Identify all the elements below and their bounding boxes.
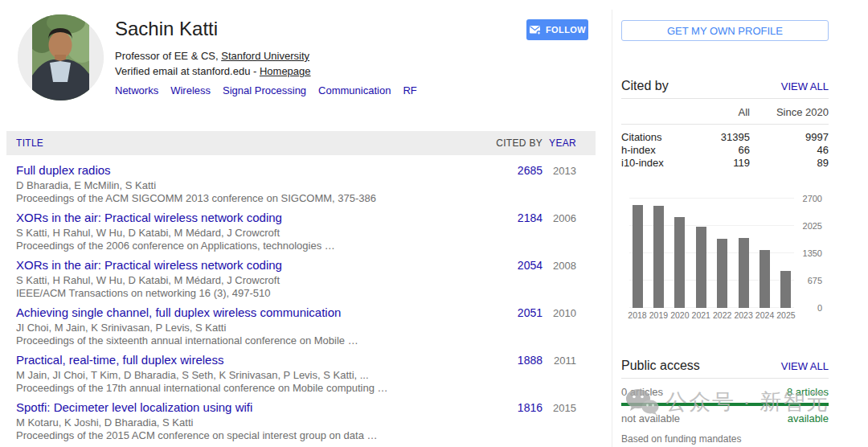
stat-all-value: 31395: [678, 131, 750, 144]
chart-bar[interactable]: [633, 205, 643, 308]
chart-x-tick: 2023: [735, 310, 751, 320]
cited-by-count-link[interactable]: 2685: [470, 163, 542, 205]
affiliation-link[interactable]: Stanford University: [221, 50, 309, 62]
cited-by-count-link[interactable]: 2184: [470, 211, 542, 252]
follow-button[interactable]: FOLLOW: [526, 19, 588, 40]
publication-title-link[interactable]: Spotfi: Decimeter level localization usi…: [16, 400, 446, 414]
available-label: available: [788, 412, 829, 424]
publication-title-link[interactable]: Achieving single channel, full duplex wi…: [16, 306, 446, 319]
chart-y-tick: 2025: [803, 221, 822, 231]
stat-since-value: 46: [750, 144, 829, 157]
publication-title-link[interactable]: Practical, real-time, full duplex wirele…: [16, 353, 446, 367]
keyword-link[interactable]: Communication: [318, 84, 391, 96]
not-available-label: not available: [621, 412, 680, 424]
citations-chart: 0675135020252700: [621, 199, 829, 308]
stat-all-value: 66: [678, 144, 750, 157]
chart-bar-cell: [672, 199, 688, 308]
publication-title-link[interactable]: XORs in the air: Practical wireless netw…: [16, 211, 446, 224]
public-access-progress-bar: [621, 403, 829, 406]
available-count[interactable]: 8 articles: [787, 386, 829, 398]
keyword-link[interactable]: Wireless: [170, 84, 211, 96]
cited-by-column-headers: All Since 2020: [621, 99, 829, 125]
keyword-link[interactable]: RF: [403, 84, 416, 96]
chart-bar[interactable]: [780, 271, 791, 308]
chart-bar-cell: [714, 199, 731, 308]
publication-info: Spotfi: Decimeter level localization usi…: [6, 400, 470, 442]
public-access-title: Public access: [621, 359, 700, 373]
publication-year: 2011: [542, 353, 596, 395]
citation-stat-row: Citations313959997: [621, 131, 829, 144]
cited-by-section: Cited by VIEW ALL All Since 2020 Citatio…: [621, 79, 829, 320]
publication-venue: Proceedings of the 17th annual internati…: [16, 382, 446, 395]
chart-x-axis: 20182019202020212022202320242025: [629, 310, 794, 320]
sort-by-title[interactable]: TITLE: [6, 137, 470, 149]
publications-list: Full duplex radiosD Bharadia, E McMilin,…: [6, 155, 596, 442]
publication-authors: JI Choi, M Jain, K Srinivasan, P Levis, …: [16, 322, 446, 334]
cited-by-count-link[interactable]: 1888: [470, 353, 542, 395]
sort-by-year[interactable]: YEAR: [542, 137, 596, 149]
stat-label: h-index: [621, 144, 678, 157]
publication-year: 2013: [542, 163, 596, 205]
chart-bar-cell: [735, 199, 751, 308]
publication-authors: S Katti, H Rahul, W Hu, D Katabi, M Méda…: [16, 274, 446, 287]
chart-x-tick: 2022: [714, 310, 731, 320]
col-all-label: All: [678, 106, 750, 118]
publication-year: 2006: [542, 211, 596, 252]
column-divider: [612, 10, 612, 447]
publication-venue: Proceedings of the ACM SIGCOMM 2013 conf…: [16, 192, 446, 205]
cited-by-count-link[interactable]: 1816: [470, 400, 542, 442]
publication-authors: D Bharadia, E McMilin, S Katti: [16, 179, 446, 192]
publication-info: Achieving single channel, full duplex wi…: [6, 306, 470, 347]
chart-bar[interactable]: [717, 239, 727, 308]
citation-stats: Citations313959997h-index6646i10-index11…: [621, 125, 829, 170]
profile-photo[interactable]: [18, 14, 104, 100]
homepage-link[interactable]: Homepage: [260, 65, 311, 77]
chart-y-axis: 0675135020252700: [794, 199, 829, 308]
keyword-link[interactable]: Networks: [115, 84, 158, 96]
chart-bar[interactable]: [760, 250, 770, 308]
get-my-own-profile-button[interactable]: GET MY OWN PROFILE: [621, 20, 829, 41]
public-access-section: Public access VIEW ALL 0 articles 8 arti…: [621, 359, 829, 445]
publication-title-link[interactable]: Full duplex radios: [16, 163, 446, 177]
publication-row: XORs in the air: Practical wireless netw…: [6, 258, 596, 300]
chart-y-tick: 0: [817, 303, 822, 313]
chart-x-tick: 2020: [672, 310, 688, 320]
chart-bar[interactable]: [674, 217, 685, 308]
stat-since-value: 9997: [750, 131, 829, 144]
chart-bar[interactable]: [653, 206, 664, 308]
keyword-list: NetworksWirelessSignal ProcessingCommuni…: [115, 84, 429, 96]
cited-by-count-link[interactable]: 2054: [470, 258, 542, 300]
chart-y-tick: 2700: [803, 194, 822, 203]
verified-text: Verified email at stanford.edu -: [115, 65, 260, 77]
stat-since-value: 89: [750, 157, 829, 170]
publication-row: Practical, real-time, full duplex wirele…: [6, 353, 596, 395]
publication-title-link[interactable]: XORs in the air: Practical wireless netw…: [16, 258, 446, 272]
cited-by-title: Cited by: [621, 79, 669, 93]
affiliation-line: Professor of EE & CS, Stanford Universit…: [115, 48, 429, 64]
cited-by-count-link[interactable]: 2051: [470, 306, 542, 347]
avatar: [18, 14, 104, 100]
chart-x-tick: 2019: [650, 310, 666, 320]
publication-info: XORs in the air: Practical wireless netw…: [6, 258, 470, 300]
chart-y-tick: 675: [808, 276, 822, 285]
sort-by-cited[interactable]: CITED BY: [470, 137, 542, 149]
publication-authors: S Katti, H Rahul, W Hu, D Katabi, M Méda…: [16, 227, 446, 240]
citation-stat-row: h-index6646: [621, 144, 829, 157]
cited-by-view-all-link[interactable]: VIEW ALL: [781, 80, 829, 92]
chart-plot-area: [629, 199, 794, 308]
publication-row: Full duplex radiosD Bharadia, E McMilin,…: [6, 163, 596, 205]
stat-label: i10-index: [621, 157, 678, 170]
affiliation-text: Professor of EE & CS,: [115, 50, 221, 62]
publication-year: 2010: [542, 306, 596, 347]
public-access-view-all-link[interactable]: VIEW ALL: [781, 360, 829, 372]
publication-venue: IEEE/ACM Transactions on networking 16 (…: [16, 287, 446, 300]
funding-mandates-note: Based on funding mandates: [621, 433, 829, 445]
publication-info: XORs in the air: Practical wireless netw…: [6, 211, 470, 252]
chart-x-tick: 2018: [629, 310, 645, 320]
chart-bar[interactable]: [739, 238, 749, 308]
chart-y-tick: 1350: [803, 248, 822, 258]
chart-bar-cell: [757, 199, 773, 308]
keyword-link[interactable]: Signal Processing: [223, 84, 306, 96]
chart-bar[interactable]: [696, 227, 706, 308]
publication-row: Spotfi: Decimeter level localization usi…: [6, 400, 596, 442]
